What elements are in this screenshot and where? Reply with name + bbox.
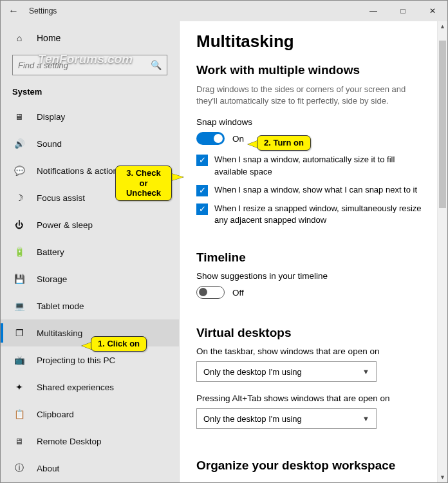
page-title: Multitasking bbox=[196, 32, 434, 52]
display-icon: 🖥 bbox=[14, 112, 25, 122]
snap-check-1[interactable]: ✓ When I snap a window, automatically si… bbox=[196, 154, 428, 177]
sidebar-item-tablet[interactable]: 💻Tablet mode bbox=[1, 292, 179, 319]
projecting-icon: 📺 bbox=[14, 355, 25, 365]
sidebar-section-label: System bbox=[1, 83, 179, 103]
scroll-down-icon[interactable]: ▼ bbox=[438, 472, 447, 482]
snap-check-2[interactable]: ✓ When I snap a window, show what I can … bbox=[196, 184, 428, 196]
window-controls: ― □ ✕ bbox=[359, 1, 447, 21]
timeline-section-title: Timeline bbox=[196, 251, 434, 265]
arrow-left-icon: ← bbox=[8, 5, 19, 17]
organize-section-title: Organize your desktop workspace bbox=[196, 459, 434, 473]
search-box[interactable]: 🔍 bbox=[12, 55, 167, 75]
timeline-toggle[interactable] bbox=[196, 286, 225, 299]
snap-check-label: When I resize a snapped window, simultan… bbox=[214, 203, 428, 226]
scrollbar-thumb[interactable] bbox=[439, 41, 446, 208]
sidebar-item-storage[interactable]: 💾Storage bbox=[1, 265, 179, 292]
minimize-button[interactable]: ― bbox=[359, 1, 388, 21]
snap-check-3[interactable]: ✓ When I resize a snapped window, simult… bbox=[196, 203, 428, 226]
sidebar-home-label: Home bbox=[37, 33, 61, 43]
virtual-section-title: Virtual desktops bbox=[196, 326, 434, 340]
battery-icon: 🔋 bbox=[14, 247, 25, 257]
sidebar-item-label: Projecting to this PC bbox=[37, 355, 115, 365]
sidebar-item-sound[interactable]: 🔊Sound bbox=[1, 130, 179, 157]
sidebar-item-label: Focus assist bbox=[37, 193, 85, 203]
snap-windows-toggle[interactable] bbox=[196, 132, 225, 145]
timeline-toggle-state: Off bbox=[232, 288, 244, 298]
callout-check-uncheck: 3. Check or Uncheck bbox=[115, 166, 172, 201]
callout-click-on: 1. Click on bbox=[91, 336, 147, 352]
about-icon: ⓘ bbox=[14, 462, 25, 474]
sidebar-item-clipboard[interactable]: 📋Clipboard bbox=[1, 401, 179, 428]
callout-tail bbox=[171, 173, 183, 181]
snap-section-title: Work with multiple windows bbox=[196, 63, 434, 77]
sidebar-nav: 🖥Display 🔊Sound 💬Notifications & actions… bbox=[1, 103, 179, 482]
dropdown-value: Only the desktop I'm using bbox=[203, 367, 302, 377]
sidebar-item-label: Sound bbox=[37, 139, 62, 149]
sidebar-item-projecting[interactable]: 📺Projecting to this PC bbox=[1, 346, 179, 374]
snap-description: Drag windows to the sides or corners of … bbox=[196, 84, 428, 107]
chevron-down-icon: ▼ bbox=[362, 415, 369, 422]
maximize-icon: □ bbox=[400, 6, 405, 15]
close-button[interactable]: ✕ bbox=[418, 1, 447, 21]
search-input[interactable] bbox=[18, 61, 151, 70]
storage-icon: 💾 bbox=[14, 274, 25, 284]
snap-check-label: When I snap a window, automatically size… bbox=[214, 154, 428, 177]
power-icon: ⏻ bbox=[14, 220, 25, 230]
notifications-icon: 💬 bbox=[14, 166, 25, 176]
sidebar-item-about[interactable]: ⓘAbout bbox=[1, 455, 179, 482]
sidebar-item-remote-desktop[interactable]: 🖥Remote Desktop bbox=[1, 428, 179, 455]
maximize-button[interactable]: □ bbox=[388, 1, 418, 21]
virtual-alttab-dropdown[interactable]: Only the desktop I'm using ▼ bbox=[196, 408, 377, 429]
minimize-icon: ― bbox=[369, 6, 377, 15]
sidebar-item-power[interactable]: ⏻Power & sleep bbox=[1, 211, 179, 238]
callout-turn-on: 2. Turn on bbox=[257, 135, 311, 151]
sidebar-item-display[interactable]: 🖥Display bbox=[1, 103, 179, 130]
window-title: Settings bbox=[26, 6, 174, 15]
scroll-up-icon[interactable]: ▲ bbox=[438, 21, 447, 32]
sidebar-home[interactable]: ⌂ Home bbox=[1, 25, 179, 51]
snap-toggle-label: Snap windows bbox=[196, 117, 434, 127]
chevron-down-icon: ▼ bbox=[362, 368, 369, 375]
sidebar-item-label: Clipboard bbox=[37, 410, 74, 419]
dropdown-value: Only the desktop I'm using bbox=[203, 414, 302, 424]
sidebar-item-label: Tablet mode bbox=[37, 301, 84, 311]
sound-icon: 🔊 bbox=[14, 138, 25, 149]
tablet-icon: 💻 bbox=[14, 301, 25, 311]
clipboard-icon: 📋 bbox=[14, 409, 25, 419]
home-icon: ⌂ bbox=[14, 33, 25, 43]
virtual-taskbar-dropdown[interactable]: Only the desktop I'm using ▼ bbox=[196, 361, 377, 382]
checkbox-icon: ✓ bbox=[196, 155, 208, 166]
sidebar-item-label: Power & sleep bbox=[37, 220, 93, 230]
snap-check-label: When I snap a window, show what I can sn… bbox=[214, 184, 417, 196]
sidebar-item-label: Storage bbox=[37, 274, 67, 284]
snap-toggle-state: On bbox=[232, 134, 244, 144]
focus-assist-icon: ☽ bbox=[14, 193, 25, 203]
close-icon: ✕ bbox=[429, 6, 436, 15]
checkbox-icon: ✓ bbox=[196, 204, 208, 215]
sidebar-item-label: Shared experiences bbox=[37, 383, 114, 392]
sidebar-item-battery[interactable]: 🔋Battery bbox=[1, 238, 179, 265]
back-button[interactable]: ← bbox=[1, 1, 26, 21]
sidebar-item-label: Remote Desktop bbox=[37, 437, 102, 446]
sidebar-item-label: Notifications & actions bbox=[37, 166, 122, 176]
search-icon: 🔍 bbox=[151, 60, 162, 70]
sidebar: ⌂ Home 🔍 System 🖥Display 🔊Sound 💬Notific… bbox=[1, 21, 180, 482]
multitasking-icon: ❐ bbox=[14, 328, 25, 338]
sidebar-item-label: Display bbox=[37, 112, 65, 122]
sidebar-item-label: Battery bbox=[37, 247, 64, 257]
sidebar-item-shared[interactable]: ✦Shared experiences bbox=[1, 374, 179, 401]
sidebar-item-label: About bbox=[37, 464, 59, 473]
content-pane: Multitasking Work with multiple windows … bbox=[180, 21, 447, 482]
checkbox-icon: ✓ bbox=[196, 185, 208, 196]
remote-desktop-icon: 🖥 bbox=[14, 437, 25, 446]
shared-icon: ✦ bbox=[14, 382, 25, 392]
timeline-toggle-label: Show suggestions in your timeline bbox=[196, 271, 434, 281]
virtual-alttab-label: Pressing Alt+Tab shows windows that are … bbox=[196, 393, 434, 403]
scrollbar[interactable]: ▲ ▼ bbox=[437, 21, 447, 482]
sidebar-item-label: Multitasking bbox=[37, 328, 82, 338]
virtual-taskbar-label: On the taskbar, show windows that are op… bbox=[196, 346, 434, 356]
titlebar: ← Settings ― □ ✕ bbox=[1, 1, 447, 21]
